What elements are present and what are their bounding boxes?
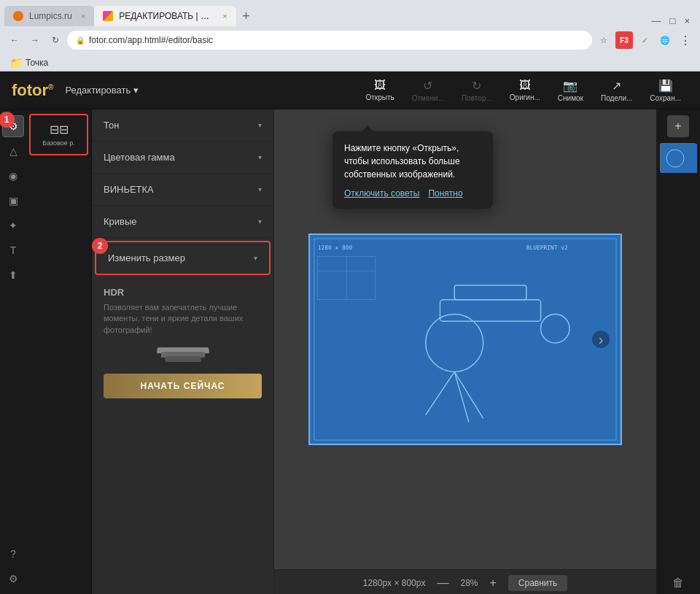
tab-bar: Lumpics.ru × РЕДАКТИРОВАТЬ | Fotor × + —… [0,0,700,26]
canvas-next-arrow[interactable]: › [592,331,610,348]
left-sidebar: 1 ⚙ △ ◉ ▣ ✦ T ⬆ ? [0,109,26,594]
save-button[interactable]: 💾 Сохран... [642,76,688,105]
tab-close-1[interactable]: × [81,12,85,20]
vignette-arrow-icon: ▾ [258,185,262,193]
original-button[interactable]: 🖼 Оригин... [502,76,548,104]
tab-favicon-1 [13,11,23,21]
right-thumbnail [660,143,696,172]
curves-section: Кривые ▾ [92,206,273,238]
hdr-icon [104,344,262,365]
undo-button[interactable]: ↺ Отмени... [405,76,451,105]
nav-refresh[interactable]: ↻ [47,31,64,49]
tab-label-2: РЕДАКТИРОВАТЬ | Fotor [119,11,214,21]
vignette-section-header[interactable]: ВИНЬЕТКА ▾ [92,174,273,205]
right-panel: + 🗑 [656,109,700,594]
tab-add-button[interactable]: + [236,6,257,26]
svg-text:BLUEPRINT v2: BLUEPRINT v2 [526,244,568,251]
share-button[interactable]: ↗ Подели... [594,76,639,105]
sidebar-item-frame[interactable]: ▣ [2,190,24,212]
address-input[interactable]: 🔒 fotor.com/app.html#/editor/basic [67,31,592,50]
basic-panel: ⊟⊟ Базовое р. [26,109,92,594]
sidebar-item-eye[interactable]: ◉ [2,165,24,187]
globe-icon[interactable]: 🌐 [656,31,674,49]
curves-section-header[interactable]: Кривые ▾ [92,206,273,237]
tone-section: Тон ▾ [92,109,273,142]
bookmark-label: Точка [26,58,48,68]
zoom-plus-button[interactable]: + [486,576,499,590]
resize-arrow-icon: ▾ [254,254,257,262]
sidebar-item-upload[interactable]: ⬆ [2,264,24,286]
app: fotor® Редактировать ▾ 🖼 Открыть ↺ Отмен… [0,72,700,594]
hdr-section: HDR Позволяет вам запечатлеть лучшие мом… [92,278,273,407]
check-extension[interactable]: ✓ [636,31,653,49]
redo-button[interactable]: ↻ Повтор... [454,76,499,105]
canvas-bottom-bar: 1280px × 800px — 28% + Сравнить [274,569,656,594]
svg-text:1280 x 800: 1280 x 800 [318,244,353,251]
open-icon: 🖼 [374,79,386,92]
fotor-extension[interactable]: F3 [615,31,633,49]
sidebar-item-shape[interactable]: △ [2,140,24,162]
toolbar-menu: Редактировать ▾ [58,82,146,99]
sliders-icon: ⊟⊟ [50,123,69,136]
hdr-start-button[interactable]: НАЧАТЬ СЕЙЧАС [104,374,262,398]
snapshot-button[interactable]: 📷 Снимок [551,76,591,105]
tooltip-dismiss-link[interactable]: Отключить советы [344,188,419,198]
canvas-area: Нажмите кнопку «Открыть», чтобы использо… [274,109,656,594]
snapshot-icon: 📷 [563,79,578,93]
color-section: Цветовая гамма ▾ [92,142,273,174]
tooltip-ok-link[interactable]: Понятно [428,188,462,198]
basic-panel-label: Базовое р. [42,139,75,147]
basic-panel-item[interactable]: ⊟⊟ Базовое р. [29,114,88,155]
tab-active[interactable]: РЕДАКТИРОВАТЬ | Fotor × [94,6,236,26]
text-icon: T [10,244,17,256]
tone-section-header[interactable]: Тон ▾ [92,109,273,141]
save-icon: 💾 [658,79,673,93]
frame-icon: ▣ [9,195,18,207]
tab-favicon-2 [103,11,113,21]
sidebar-item-text[interactable]: T [2,239,24,261]
share-icon: ↗ [612,79,621,93]
sidebar-item-help[interactable]: ? [2,543,24,565]
window-minimize[interactable]: — [648,15,666,26]
sidebar-item-settings[interactable]: ⚙ [2,568,24,590]
help-icon: ? [10,548,16,560]
blueprint-svg: 1280 x 800 BLUEPRINT v2 [310,235,621,444]
nav-forward[interactable]: → [26,31,44,49]
resize-title: Изменить размер [108,252,185,263]
window-close[interactable]: × [680,15,694,26]
settings-icon: ⚙ [9,573,18,585]
menu-icon[interactable]: ⋮ [677,31,694,49]
compare-button[interactable]: Сравнить [508,575,567,591]
tooltip-popup: Нажмите кнопку «Открыть», чтобы использо… [332,131,493,209]
window-maximize[interactable]: □ [666,15,680,26]
sidebar-item-adjust[interactable]: 1 ⚙ [2,115,24,137]
add-layer-button[interactable]: + [667,115,689,137]
star-bookmark[interactable]: ☆ [595,31,612,49]
edit-menu-button[interactable]: Редактировать ▾ [58,82,146,99]
lock-icon: 🔒 [76,36,85,45]
resize-section: 2 Изменить размер ▾ [95,241,271,275]
color-section-header[interactable]: Цветовая гамма ▾ [92,142,273,173]
app-body: 1 ⚙ △ ◉ ▣ ✦ T ⬆ ? [0,109,700,594]
canvas-dimensions: 1280px × 800px [363,578,426,588]
zoom-minus-button[interactable]: — [434,576,451,590]
chevron-down-icon: ▾ [133,85,139,96]
tab-inactive[interactable]: Lumpics.ru × [4,6,94,26]
open-button[interactable]: 🖼 Открыть [358,76,401,104]
redo-icon: ↻ [472,79,481,93]
badge-2: 2 [92,238,108,254]
hdr-description: Позволяет вам запечатлеть лучшие моменты… [104,302,262,336]
bookmark-item[interactable]: 📁 Точка [6,57,52,69]
tab-close-2[interactable]: × [222,12,227,20]
toolbar-actions: 🖼 Открыть ↺ Отмени... ↻ Повтор... 🖼 Ориг… [358,76,688,105]
delete-layer-button[interactable]: 🗑 [672,576,684,590]
color-arrow-icon: ▾ [258,153,262,161]
tooltip-actions: Отключить советы Понятно [344,188,481,198]
hdr-title: HDR [104,287,262,298]
zoom-level: 28% [460,578,478,588]
nav-back[interactable]: ← [6,31,23,49]
tone-title: Тон [104,120,119,131]
resize-section-header[interactable]: Изменить размер ▾ [96,242,269,274]
sidebar-item-star[interactable]: ✦ [2,215,24,236]
tab-label-1: Lumpics.ru [29,11,72,21]
